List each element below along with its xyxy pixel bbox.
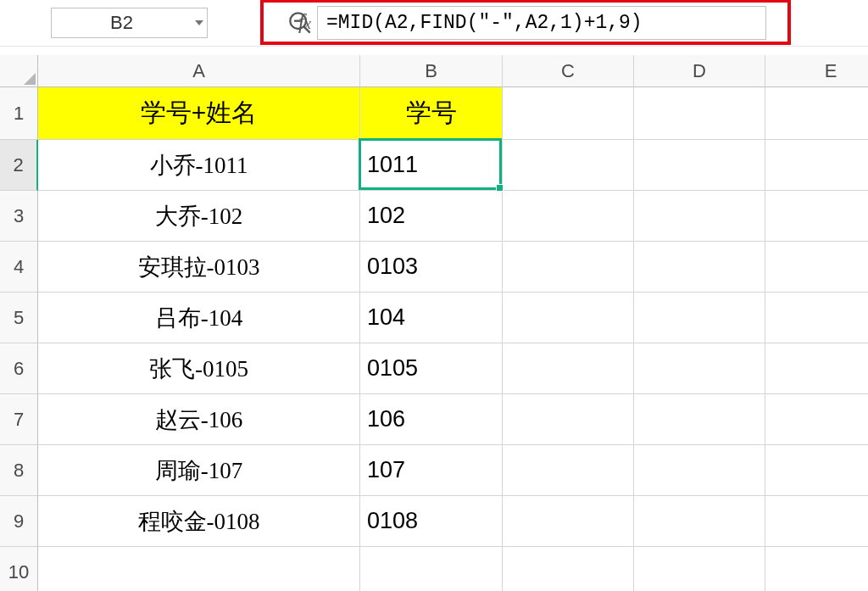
column-header-D[interactable]: D xyxy=(634,55,765,87)
cell-E6[interactable] xyxy=(765,343,868,394)
cell-B10[interactable] xyxy=(360,547,503,591)
cell-A5[interactable]: 吕布-104 xyxy=(38,293,360,343)
cell-C1[interactable] xyxy=(503,87,634,140)
cell-D8[interactable] xyxy=(634,445,765,496)
select-all-button[interactable] xyxy=(0,55,38,87)
cell-C3[interactable] xyxy=(503,191,634,242)
cell-E1[interactable] xyxy=(765,87,868,140)
cell-A8[interactable]: 周瑜-107 xyxy=(38,445,360,496)
column-header-E[interactable]: E xyxy=(765,55,868,87)
cell-B7[interactable]: 106 xyxy=(360,394,503,445)
formula-bar-input[interactable]: =MID(A2,FIND("-",A2,1)+1,9) xyxy=(317,6,766,40)
row-header-3[interactable]: 3 xyxy=(0,191,38,242)
cell-A1[interactable]: 学号+姓名 xyxy=(38,87,360,140)
cell-B4[interactable]: 0103 xyxy=(360,242,503,293)
cell-A6[interactable]: 张飞-0105 xyxy=(38,343,360,394)
cell-B1[interactable]: 学号 xyxy=(360,87,503,140)
formula-bar-value: =MID(A2,FIND("-",A2,1)+1,9) xyxy=(326,12,643,34)
row-header-6[interactable]: 6 xyxy=(0,343,38,394)
cell-E9[interactable] xyxy=(765,496,868,547)
row-header-5[interactable]: 5 xyxy=(0,293,38,343)
name-box-value: B2 xyxy=(52,12,192,34)
name-box[interactable]: B2 xyxy=(51,8,208,38)
row-header-2[interactable]: 2 xyxy=(0,140,38,191)
cell-B8[interactable]: 107 xyxy=(360,445,503,496)
column-header-A[interactable]: A xyxy=(38,55,360,87)
row-header-7[interactable]: 7 xyxy=(0,394,38,445)
cell-C10[interactable] xyxy=(503,547,634,591)
row-header-8[interactable]: 8 xyxy=(0,445,38,496)
cell-C9[interactable] xyxy=(503,496,634,547)
cell-B3[interactable]: 102 xyxy=(360,191,503,242)
cell-D2[interactable] xyxy=(634,140,765,191)
cell-D1[interactable] xyxy=(634,87,765,140)
cell-A2[interactable]: 小乔-1011 xyxy=(38,140,360,191)
cell-D9[interactable] xyxy=(634,496,765,547)
cell-E7[interactable] xyxy=(765,394,868,445)
column-header-B[interactable]: B xyxy=(360,55,503,87)
cell-D3[interactable] xyxy=(634,191,765,242)
cell-B9[interactable]: 0108 xyxy=(360,496,503,547)
column-header-C[interactable]: C xyxy=(503,55,634,87)
cell-A9[interactable]: 程咬金-0108 xyxy=(38,496,360,547)
spreadsheet-grid[interactable]: 学号+姓名学号小乔-10111011大乔-102102安琪拉-01030103吕… xyxy=(38,87,868,591)
cell-D4[interactable] xyxy=(634,242,765,293)
cell-C6[interactable] xyxy=(503,343,634,394)
cell-E5[interactable] xyxy=(765,293,868,343)
fx-icon[interactable]: fx xyxy=(298,10,311,34)
cell-A3[interactable]: 大乔-102 xyxy=(38,191,360,242)
row-headers: 12345678910 xyxy=(0,87,38,591)
cell-A10[interactable] xyxy=(38,547,360,591)
cell-D10[interactable] xyxy=(634,547,765,591)
row-header-4[interactable]: 4 xyxy=(0,242,38,293)
cell-B5[interactable]: 104 xyxy=(360,293,503,343)
cell-A7[interactable]: 赵云-106 xyxy=(38,394,360,445)
cell-B2[interactable]: 1011 xyxy=(360,140,503,191)
cell-C7[interactable] xyxy=(503,394,634,445)
row-header-10[interactable]: 10 xyxy=(0,547,38,591)
cell-B6[interactable]: 0105 xyxy=(360,343,503,394)
cell-D5[interactable] xyxy=(634,293,765,343)
cell-D6[interactable] xyxy=(634,343,765,394)
cell-E2[interactable] xyxy=(765,140,868,191)
row-header-1[interactable]: 1 xyxy=(0,87,38,140)
cell-E3[interactable] xyxy=(765,191,868,242)
row-header-9[interactable]: 9 xyxy=(0,496,38,547)
cell-C5[interactable] xyxy=(503,293,634,343)
cell-C4[interactable] xyxy=(503,242,634,293)
cell-C2[interactable] xyxy=(503,140,634,191)
name-box-dropdown-icon[interactable] xyxy=(192,8,207,37)
cell-E8[interactable] xyxy=(765,445,868,496)
cell-E10[interactable] xyxy=(765,547,868,591)
cell-E4[interactable] xyxy=(765,242,868,293)
cell-D7[interactable] xyxy=(634,394,765,445)
cell-C8[interactable] xyxy=(503,445,634,496)
column-headers: ABCDE xyxy=(38,55,868,87)
cell-A4[interactable]: 安琪拉-0103 xyxy=(38,242,360,293)
formula-toolbar: B2 fx =MID(A2,FIND("-",A2,1)+1,9) xyxy=(0,0,868,47)
